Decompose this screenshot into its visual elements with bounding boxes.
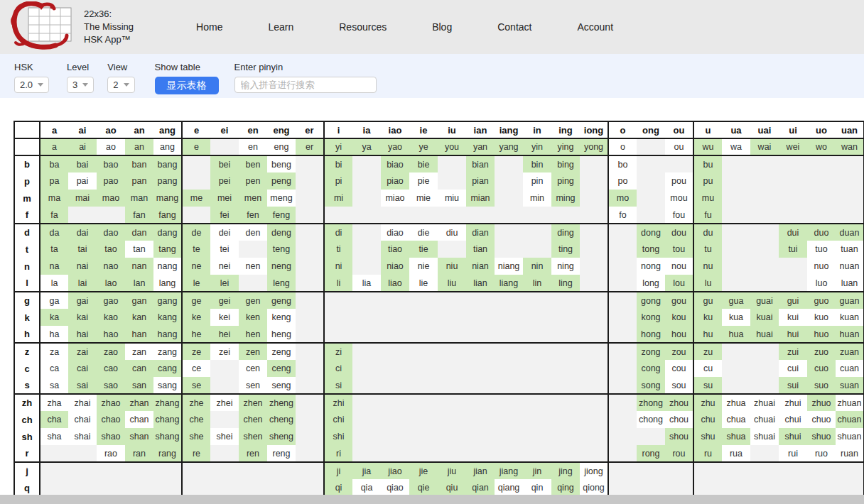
pinyin-cell-zhei[interactable]: zhei [210,394,239,411]
pinyin-cell-nao[interactable]: nao [97,258,125,275]
pinyin-cell-qiao[interactable]: qiao [381,479,409,496]
pinyin-cell-ga[interactable]: ga [40,292,68,309]
pinyin-cell-zao[interactable]: zao [97,343,125,360]
pinyin-cell-tu[interactable]: tu [693,241,722,258]
pinyin-cell-sheng[interactable]: sheng [267,428,296,445]
pinyin-cell-shou[interactable]: shou [665,428,693,445]
pinyin-cell-nie[interactable]: nie [409,258,438,275]
pinyin-cell-cang[interactable]: cang [153,360,182,377]
pinyin-cell-bo[interactable]: bo [608,155,637,172]
pinyin-cell-san[interactable]: san [125,377,153,394]
pinyin-cell-ming[interactable]: ming [551,190,580,207]
pinyin-cell-suo[interactable]: suo [807,377,836,394]
pinyin-cell-tan[interactable]: tan [125,241,153,258]
pinyin-cell-kong[interactable]: kong [637,309,665,326]
pinyin-cell-cui[interactable]: cui [779,360,807,377]
pinyin-cell-hei[interactable]: hei [210,326,239,343]
pinyin-cell-kang[interactable]: kang [153,309,182,326]
pinyin-cell-zhan[interactable]: zhan [125,394,153,411]
pinyin-cell-niang[interactable]: niang [495,258,523,275]
pinyin-cell-ca[interactable]: ca [40,360,68,377]
pinyin-cell-cha[interactable]: cha [40,411,68,428]
pinyin-cell-shan[interactable]: shan [125,428,153,445]
pinyin-cell-zhui[interactable]: zhui [779,394,807,411]
pinyin-cell-sha[interactable]: sha [40,428,68,445]
pinyin-cell-ge[interactable]: ge [182,292,210,309]
pinyin-cell-pu[interactable]: pu [693,172,722,190]
pinyin-cell-nu[interactable]: nu [693,258,722,275]
pinyin-cell-qiong[interactable]: qiong [580,479,608,496]
pinyin-cell-sang[interactable]: sang [153,377,182,394]
pinyin-cell-hui[interactable]: hui [779,326,807,343]
pinyin-cell-hai[interactable]: hai [68,326,97,343]
pinyin-cell-niu[interactable]: niu [438,258,466,275]
pinyin-cell-shen[interactable]: shen [239,428,267,445]
pinyin-cell-sen[interactable]: sen [239,377,267,394]
pinyin-cell-lao[interactable]: lao [97,275,125,292]
pinyin-cell-zhao[interactable]: zhao [97,394,125,411]
pinyin-cell-ni[interactable]: ni [324,258,352,275]
pinyin-cell-su[interactable]: su [693,377,722,394]
pinyin-cell-zui[interactable]: zui [779,343,807,360]
pinyin-cell-peng[interactable]: peng [267,172,296,190]
pinyin-cell-le[interactable]: le [182,275,210,292]
nav-blog[interactable]: Blog [432,21,452,33]
pinyin-cell-o[interactable]: o [608,138,637,155]
pinyin-cell-qin[interactable]: qin [523,479,551,496]
pinyin-cell-nin[interactable]: nin [523,258,551,275]
pinyin-cell-keng[interactable]: keng [267,309,296,326]
pinyin-cell-jia[interactable]: jia [352,462,381,479]
pinyin-cell-kuai[interactable]: kuai [750,309,779,326]
pinyin-cell-tei[interactable]: tei [210,241,239,258]
pinyin-cell-bin[interactable]: bin [523,155,551,172]
pinyin-cell-zhua[interactable]: zhua [722,394,750,411]
pinyin-cell-nan[interactable]: nan [125,258,153,275]
pinyin-cell-dong[interactable]: dong [637,224,665,241]
pinyin-cell-qi[interactable]: qi [324,479,352,496]
pinyin-cell-gua[interactable]: gua [722,292,750,309]
pinyin-cell-you[interactable]: you [438,138,466,155]
pinyin-cell-zuan[interactable]: zuan [836,343,864,360]
pinyin-cell-rou[interactable]: rou [665,445,693,462]
pinyin-cell-da[interactable]: da [40,224,68,241]
pinyin-cell-zhuo[interactable]: zhuo [807,394,836,411]
pinyin-cell-ru[interactable]: ru [693,445,722,462]
pinyin-cell-me[interactable]: me [182,190,210,207]
pinyin-cell-zhong[interactable]: zhong [637,394,665,411]
pinyin-cell-ning[interactable]: ning [551,258,580,275]
pinyin-cell-kai[interactable]: kai [68,309,97,326]
pinyin-cell-dao[interactable]: dao [97,224,125,241]
pinyin-cell-zhou[interactable]: zhou [665,394,693,411]
pinyin-cell-diu[interactable]: diu [438,224,466,241]
pinyin-cell-hua[interactable]: hua [722,326,750,343]
pinyin-cell-pian[interactable]: pian [466,172,495,190]
pinyin-cell-yin[interactable]: yin [523,138,551,155]
pinyin-cell-shua[interactable]: shua [722,428,750,445]
pinyin-cell-kao[interactable]: kao [97,309,125,326]
pinyin-cell-du[interactable]: du [693,224,722,241]
pinyin-cell-bi[interactable]: bi [324,155,352,172]
pinyin-cell-chuan[interactable]: chuan [836,411,864,428]
pinyin-cell-ken[interactable]: ken [239,309,267,326]
pinyin-cell-te[interactable]: te [182,241,210,258]
pinyin-cell-min[interactable]: min [523,190,551,207]
pinyin-cell-lian[interactable]: lian [466,275,495,292]
pinyin-cell-bai[interactable]: bai [68,155,97,172]
pinyin-cell-jing[interactable]: jing [551,462,580,479]
pinyin-cell-lei[interactable]: lei [210,275,239,292]
pinyin-cell-lai[interactable]: lai [68,275,97,292]
pinyin-cell-tou[interactable]: tou [665,241,693,258]
pinyin-cell-ruo[interactable]: ruo [807,445,836,462]
pinyin-cell-qiang[interactable]: qiang [495,479,523,496]
pinyin-cell-rong[interactable]: rong [637,445,665,462]
pinyin-cell-kuo[interactable]: kuo [807,309,836,326]
pinyin-cell-eng[interactable]: eng [267,138,296,155]
pinyin-cell-tie[interactable]: tie [409,241,438,258]
pinyin-cell-ka[interactable]: ka [40,309,68,326]
pinyin-cell-sai[interactable]: sai [68,377,97,394]
pinyin-cell-shi[interactable]: shi [324,428,352,445]
pinyin-cell-fo[interactable]: fo [608,207,637,224]
pinyin-cell-pi[interactable]: pi [324,172,352,190]
pinyin-cell-ba[interactable]: ba [40,155,68,172]
pinyin-cell-cai[interactable]: cai [68,360,97,377]
